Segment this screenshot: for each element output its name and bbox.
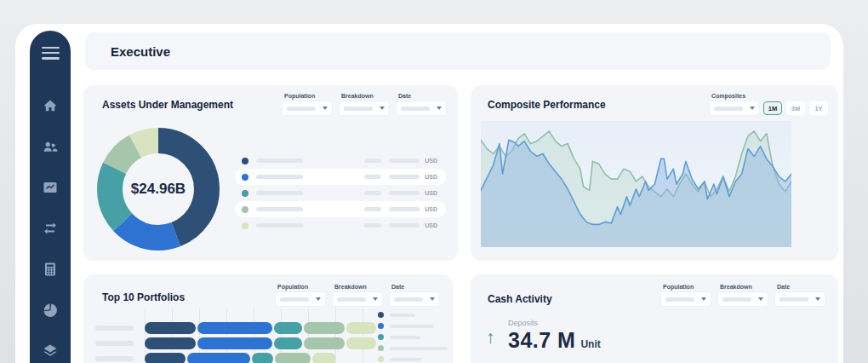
users-icon[interactable] [42, 138, 59, 155]
page-header: Executive [85, 32, 831, 70]
range-button-1y[interactable]: 1Y [809, 101, 828, 115]
breakdown-select[interactable] [718, 292, 768, 306]
legend-name-placeholder [256, 207, 303, 211]
legend-value-placeholder [364, 191, 381, 195]
legend-value-placeholder [364, 158, 381, 163]
currency-label: USD [425, 174, 437, 180]
bar-segment [145, 322, 196, 334]
portfolios-filters: Population Breakdown Date [276, 284, 439, 306]
aum-donut-chart: $24.96B [95, 126, 221, 252]
legend-dot [378, 323, 384, 329]
filter-date: Date [390, 284, 439, 306]
range-button-1m[interactable]: 1M [763, 101, 782, 115]
select-placeholder [401, 107, 430, 111]
legend-name-placeholder [256, 175, 303, 179]
currency-label: USD [425, 222, 437, 228]
home-icon[interactable] [42, 97, 59, 114]
select-placeholder [287, 107, 316, 111]
portfolio-bar-row [95, 322, 378, 334]
select-placeholder [665, 297, 694, 302]
portfolios-legend [378, 312, 448, 363]
population-label: Population [284, 93, 332, 99]
legend-name-placeholder [390, 325, 434, 328]
chevron-down-icon [750, 107, 755, 110]
chevron-down-icon [380, 107, 385, 110]
portfolios-legend-row [378, 345, 448, 351]
composite-performance-chart [481, 121, 791, 247]
population-select[interactable] [276, 292, 325, 306]
legend-name-placeholder [256, 223, 303, 228]
legend-name-placeholder [256, 191, 303, 195]
chevron-down-icon [437, 107, 442, 110]
menu-icon[interactable] [42, 43, 60, 62]
bar-segment [275, 353, 311, 363]
range-button-3m[interactable]: 3M [786, 101, 805, 115]
bar-segment [145, 353, 186, 363]
filter-population: Population [661, 284, 711, 306]
chevron-down-icon [430, 297, 435, 301]
aum-legend-row: USD [235, 169, 446, 185]
bar-segment [304, 337, 345, 349]
breakdown-label: Breakdown [341, 93, 389, 99]
legend-name-placeholder [390, 358, 422, 361]
performance-chart-icon[interactable] [42, 179, 59, 196]
aum-card-title: Assets Under Management [102, 99, 233, 111]
legend-name-placeholder [390, 336, 420, 339]
currency-label: USD [425, 190, 437, 196]
portfolios-legend-row [378, 312, 448, 318]
bar-segment [346, 337, 376, 349]
row-label-placeholder [95, 326, 134, 331]
pie-chart-icon[interactable] [42, 302, 59, 319]
population-select[interactable] [661, 292, 711, 306]
date-select[interactable] [775, 292, 825, 306]
row-label-placeholder [95, 341, 134, 346]
aum-legend-row: USD [235, 201, 446, 217]
row-label-placeholder [95, 356, 134, 361]
breakdown-select[interactable] [333, 292, 382, 306]
currency-label: USD [425, 206, 437, 212]
aum-total-value: $24.96B [95, 126, 221, 252]
deposits-unit: Unit [580, 338, 600, 350]
bar-segment [197, 322, 272, 334]
population-label: Population [277, 284, 325, 290]
aum-card: Assets Under Management Population Break… [83, 85, 458, 261]
bar-segment [274, 322, 302, 334]
legend-dot [378, 312, 384, 318]
chevron-down-icon [323, 107, 328, 110]
layers-icon[interactable] [42, 343, 59, 360]
calculator-icon[interactable] [42, 261, 59, 278]
breakdown-label: Breakdown [334, 284, 382, 290]
breakdown-select[interactable] [340, 101, 389, 115]
legend-dot [242, 174, 248, 181]
portfolios-legend-row [378, 334, 448, 340]
composites-select[interactable] [710, 101, 759, 115]
filter-breakdown: Breakdown [718, 284, 768, 306]
executive-dashboard: { "header": { "title": "Executive" }, "s… [0, 0, 868, 363]
population-label: Population [663, 284, 711, 290]
composites-label: Composites [711, 93, 828, 99]
date-label: Date [398, 93, 446, 99]
select-placeholder [722, 297, 751, 302]
date-select[interactable] [390, 292, 439, 306]
select-placeholder [280, 297, 309, 302]
date-select[interactable] [397, 101, 446, 115]
aum-legend: USDUSDUSDUSDUSD [235, 153, 446, 233]
composite-card: Composite Performance Composites 1M3M1Y [471, 85, 838, 261]
date-label: Date [777, 284, 825, 290]
legend-value-placeholder [389, 207, 420, 211]
transfers-icon[interactable] [42, 220, 59, 237]
deposits-value-row: 34.7 M Unit [508, 328, 601, 353]
filter-date: Date [397, 93, 446, 115]
aum-legend-row: USD [235, 153, 446, 169]
aum-legend-row: USD [235, 185, 446, 201]
trend-up-arrow-icon: ↑ [486, 327, 495, 348]
legend-value-placeholder [364, 223, 381, 228]
bar-segment [187, 353, 250, 363]
legend-value-placeholder [389, 223, 420, 228]
select-placeholder [394, 297, 423, 302]
population-select[interactable] [283, 101, 332, 115]
legend-value-placeholder [364, 207, 381, 211]
select-placeholder [714, 107, 743, 111]
chevron-down-icon [316, 297, 321, 301]
legend-dot [378, 334, 384, 340]
